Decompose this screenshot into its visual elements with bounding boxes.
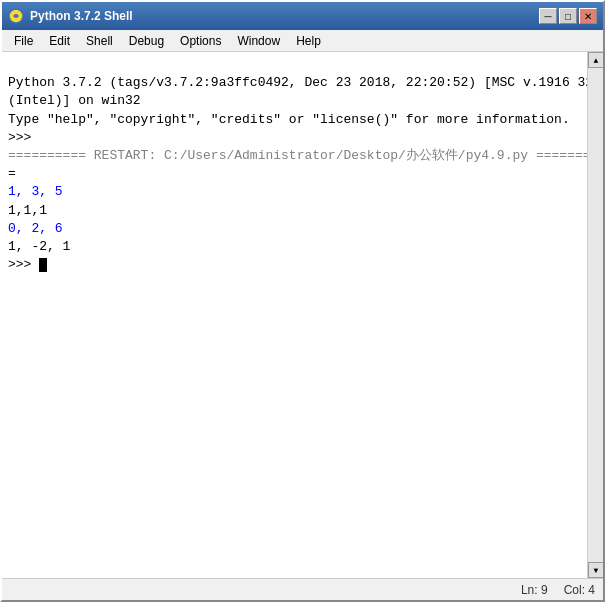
menu-debug[interactable]: Debug bbox=[121, 32, 172, 50]
initial-prompt: >>> bbox=[8, 130, 39, 145]
output-line4: 1, -2, 1 bbox=[8, 239, 70, 254]
current-prompt: >>> bbox=[8, 257, 47, 272]
output-line2: 1,1,1 bbox=[8, 203, 47, 218]
minimize-button[interactable]: ─ bbox=[539, 8, 557, 24]
scroll-up-button[interactable]: ▲ bbox=[588, 52, 603, 68]
line-number: Ln: 9 bbox=[521, 583, 548, 597]
python-icon bbox=[8, 8, 24, 24]
equals-line: = bbox=[8, 166, 16, 181]
startup-line1: Python 3.7.2 (tags/v3.7.2:9a3ffc0492, De… bbox=[8, 75, 603, 90]
menu-file[interactable]: File bbox=[6, 32, 41, 50]
menu-help[interactable]: Help bbox=[288, 32, 329, 50]
menu-options[interactable]: Options bbox=[172, 32, 229, 50]
python-shell-window: Python 3.7.2 Shell ─ □ ✕ File Edit Shell… bbox=[0, 0, 605, 602]
restart-separator: ========== RESTART: C:/Users/Administrat… bbox=[8, 148, 603, 163]
window-controls: ─ □ ✕ bbox=[539, 8, 597, 24]
shell-text-block: Python 3.7.2 (tags/v3.7.2:9a3ffc0492, De… bbox=[8, 56, 597, 292]
title-bar: Python 3.7.2 Shell ─ □ ✕ bbox=[2, 2, 603, 30]
menu-shell[interactable]: Shell bbox=[78, 32, 121, 50]
menu-bar: File Edit Shell Debug Options Window Hel… bbox=[2, 30, 603, 52]
scroll-track[interactable] bbox=[588, 68, 603, 562]
startup-line2: (Intel)] on win32 bbox=[8, 93, 141, 108]
status-bar: Ln: 9 Col: 4 bbox=[2, 578, 603, 600]
window-title: Python 3.7.2 Shell bbox=[30, 9, 533, 23]
shell-output-area[interactable]: Python 3.7.2 (tags/v3.7.2:9a3ffc0492, De… bbox=[2, 52, 603, 578]
col-number: Col: 4 bbox=[564, 583, 595, 597]
menu-edit[interactable]: Edit bbox=[41, 32, 78, 50]
maximize-button[interactable]: □ bbox=[559, 8, 577, 24]
close-button[interactable]: ✕ bbox=[579, 8, 597, 24]
menu-window[interactable]: Window bbox=[229, 32, 288, 50]
cursor bbox=[39, 258, 47, 272]
scroll-down-button[interactable]: ▼ bbox=[588, 562, 603, 578]
output-line1: 1, 3, 5 bbox=[8, 184, 63, 199]
vertical-scrollbar[interactable]: ▲ ▼ bbox=[587, 52, 603, 578]
output-line3: 0, 2, 6 bbox=[8, 221, 63, 236]
startup-line3: Type "help", "copyright", "credits" or "… bbox=[8, 112, 570, 127]
